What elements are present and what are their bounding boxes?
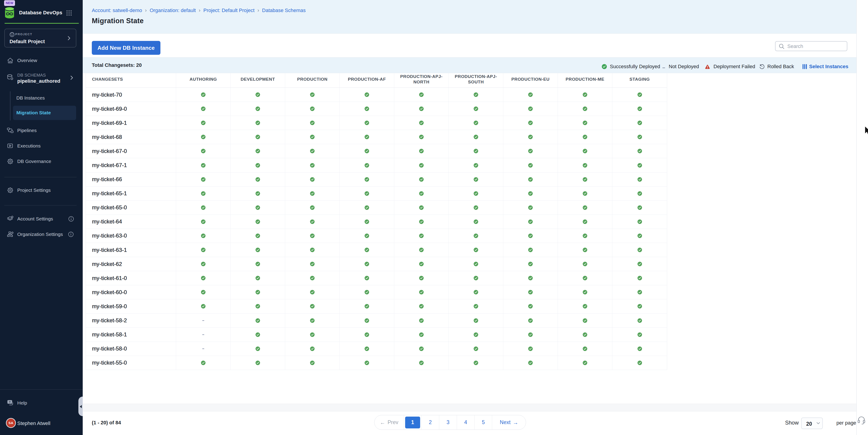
svg-text:?: ?	[9, 401, 10, 404]
